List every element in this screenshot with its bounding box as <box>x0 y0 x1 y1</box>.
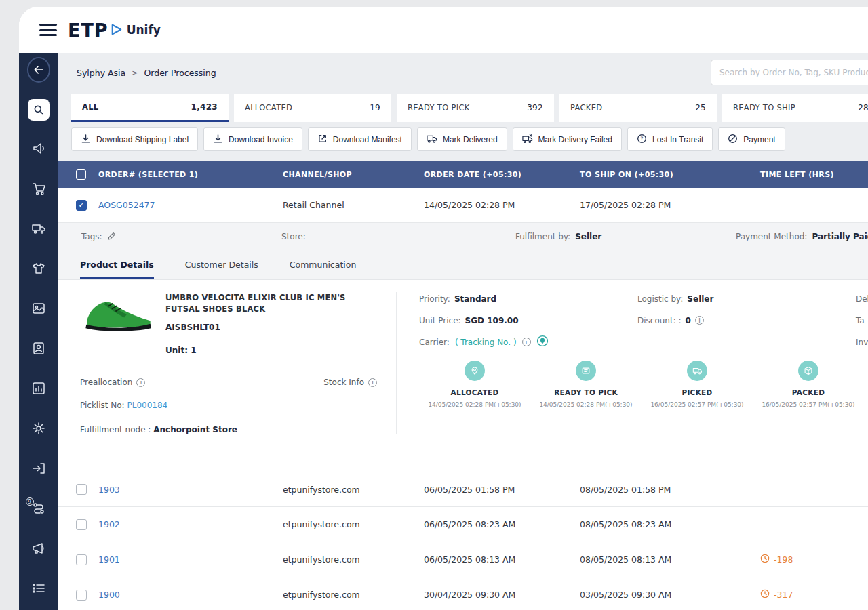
tab-customer-details[interactable]: Customer Details <box>185 250 258 279</box>
edit-tags-icon[interactable] <box>107 231 117 243</box>
preallocation-label: Preallocation <box>80 378 132 387</box>
action-label: Download Shipping Label <box>96 135 189 144</box>
breadcrumb-parent[interactable]: Sylphy Asia <box>77 68 125 78</box>
sidebar-item-promotions[interactable] <box>27 541 50 558</box>
row-order-date: 06/05/2025 08:23 AM <box>414 519 570 529</box>
download-invoice-button[interactable]: Download Invoice <box>203 127 302 151</box>
priority-label: Priority: <box>419 294 450 304</box>
sidebar-item-settings[interactable] <box>27 421 50 439</box>
search-input[interactable] <box>711 60 868 85</box>
picklist-link[interactable]: PL000184 <box>127 401 167 410</box>
sidebar-item-products[interactable] <box>27 261 50 279</box>
tab-product-details[interactable]: Product Details <box>80 250 154 279</box>
table-rows: 1903 etpunifystore.com 06/05/2025 01:58 … <box>58 472 868 610</box>
sidebar-item-cart[interactable] <box>27 181 50 199</box>
payment-method-value: Partially Paid <box>812 232 868 241</box>
table-row[interactable]: 1901 etpunifystore.com 06/05/2025 08:13 … <box>58 542 868 577</box>
question-icon: ? <box>637 134 647 146</box>
breadcrumb: Sylphy Asia > Order Processing <box>58 53 868 92</box>
preallocation-info-icon[interactable]: i <box>136 378 145 387</box>
download-manifest-button[interactable]: Download Manifest <box>308 127 412 151</box>
sidebar-item-route[interactable]: 9 <box>27 501 50 518</box>
orders-table: ORDER# (SELECTED 1) CHANNEL/SHOP ORDER D… <box>58 161 868 610</box>
table-row[interactable]: 1900 etpunifystore.com 30/04/2025 09:30 … <box>58 577 868 610</box>
slash-circle-icon <box>728 134 738 146</box>
status-tab-label: READY TO PICK <box>408 103 470 113</box>
tracking-number-link[interactable]: ( Tracking No. ) <box>455 338 517 347</box>
location-pin-icon[interactable] <box>536 335 549 349</box>
mark-delivery-failed-button[interactable]: Mark Delivery Failed <box>513 127 622 151</box>
logout-icon <box>31 461 46 479</box>
step-date: 16/05/2025 02:57 PM(+05:30) <box>762 401 854 408</box>
column-time-left: TIME LEFT (HRS) <box>751 170 868 179</box>
sidebar-item-orders-list[interactable] <box>27 581 50 598</box>
unit-price-label: Unit Price: <box>419 316 461 325</box>
row-checkbox[interactable] <box>76 484 87 495</box>
order-number-link[interactable]: 1902 <box>98 519 120 529</box>
step-picked: PICKED 16/05/2025 02:57 PM(+05:30) <box>642 361 753 408</box>
unit-value: 1 <box>191 346 196 355</box>
tracking-info-icon[interactable]: i <box>522 338 531 346</box>
step-ready-to-pick: READY TO PICK 14/05/2025 02:28 PM(+05:30… <box>530 361 642 408</box>
truncated-label: Inv <box>856 338 868 347</box>
sidebar-item-analytics[interactable] <box>27 381 50 399</box>
action-label: Lost In Transit <box>652 135 703 144</box>
row-ship-on: 17/05/2025 02:28 PM <box>570 200 751 210</box>
row-checkbox[interactable] <box>76 590 87 601</box>
status-tab-ready-to-pick[interactable]: READY TO PICK 392 <box>397 94 554 122</box>
step-label: READY TO PICK <box>554 388 618 396</box>
step-date: 16/05/2025 02:57 PM(+05:30) <box>650 401 743 408</box>
box-icon <box>798 361 818 381</box>
product-image <box>80 292 156 367</box>
action-label: Mark Delivery Failed <box>538 135 612 144</box>
sidebar-search-button[interactable] <box>27 101 50 119</box>
table-header-row: ORDER# (SELECTED 1) CHANNEL/SHOP ORDER D… <box>58 161 868 188</box>
status-tab-label: ALLOCATED <box>245 103 292 113</box>
status-tab-allocated[interactable]: ALLOCATED 19 <box>234 94 391 122</box>
mark-delivered-button[interactable]: Mark Delivered <box>417 127 507 151</box>
column-ship-on: TO SHIP ON (+05:30) <box>570 170 751 179</box>
order-number-link[interactable]: 1901 <box>98 554 120 565</box>
table-row[interactable]: 1902 etpunifystore.com 06/05/2025 08:23 … <box>58 507 868 542</box>
sidebar-item-shipping[interactable] <box>27 221 50 239</box>
payment-method-label: Payment Method: <box>736 232 807 241</box>
brand-logo: ETP Unify <box>68 20 161 41</box>
clock-icon <box>760 589 770 601</box>
sidebar-back-button[interactable] <box>27 61 50 79</box>
step-label: ALLOCATED <box>451 388 499 396</box>
sidebar-item-announcements[interactable] <box>27 141 50 159</box>
row-checkbox[interactable] <box>76 200 87 211</box>
order-number-link[interactable]: 1903 <box>98 485 120 495</box>
status-tab-all[interactable]: ALL 1,423 <box>71 94 229 122</box>
payment-button[interactable]: Payment <box>718 127 785 151</box>
row-checkbox[interactable] <box>76 519 87 530</box>
breadcrumb-separator: > <box>132 68 138 77</box>
menu-icon[interactable] <box>39 21 57 39</box>
row-channel: etpunifystore.com <box>273 485 414 495</box>
table-row[interactable]: 1903 etpunifystore.com 06/05/2025 01:58 … <box>58 472 868 507</box>
download-shipping-label-button[interactable]: Download Shipping Label <box>71 127 198 151</box>
status-tab-ready-to-ship[interactable]: READY TO SHIP 28 <box>722 94 868 122</box>
sidebar-item-logout[interactable] <box>27 461 50 479</box>
action-label: Payment <box>743 135 775 144</box>
status-tab-packed[interactable]: PACKED 25 <box>559 94 717 122</box>
table-row[interactable]: AOSG052477 Retail Channel 14/05/2025 02:… <box>58 188 868 223</box>
step-date: 14/05/2025 02:28 PM(+05:30) <box>428 401 521 408</box>
export-icon <box>317 134 328 146</box>
lost-in-transit-button[interactable]: ? Lost In Transit <box>627 127 713 151</box>
order-number-link[interactable]: 1900 <box>98 590 120 600</box>
stock-info-label: Stock Info <box>323 378 364 387</box>
top-bar: ETP Unify <box>19 7 868 53</box>
sidebar-item-gallery[interactable] <box>27 301 50 319</box>
row-order-date: 14/05/2025 02:28 PM <box>414 200 570 210</box>
row-checkbox[interactable] <box>76 554 87 565</box>
discount-info-icon[interactable]: i <box>695 316 704 325</box>
stock-info-icon[interactable]: i <box>368 378 377 387</box>
tab-communication[interactable]: Communication <box>290 250 357 279</box>
sidebar-item-customers[interactable] <box>27 341 50 359</box>
order-number-link[interactable]: AOSG052477 <box>98 200 155 210</box>
select-all-checkbox[interactable] <box>76 169 86 180</box>
row-channel: etpunifystore.com <box>273 519 414 529</box>
logistic-by-value: Seller <box>687 294 713 304</box>
row-ship-on: 08/05/2025 08:13 AM <box>570 554 751 565</box>
